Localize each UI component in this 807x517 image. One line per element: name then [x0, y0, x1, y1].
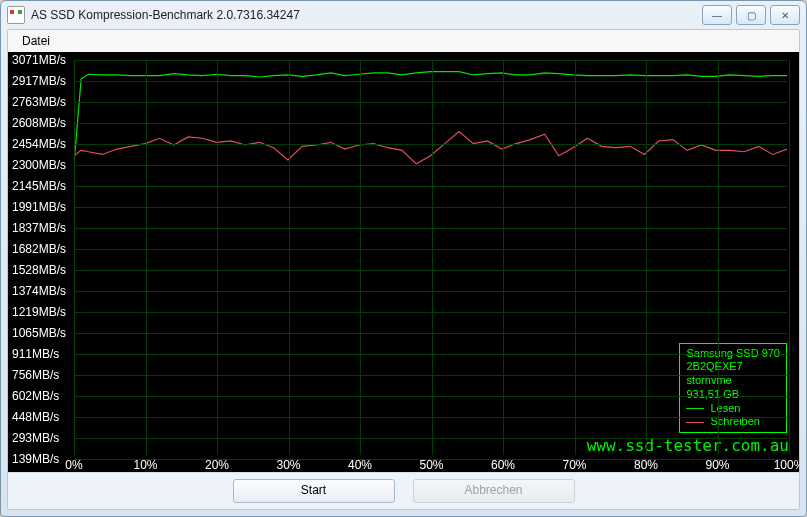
gridline-h	[74, 249, 787, 250]
window-title: AS SSD Kompression-Benchmark 2.0.7316.34…	[31, 8, 702, 22]
x-axis-label: 60%	[491, 459, 515, 471]
gridline-h	[74, 60, 787, 61]
minimize-button[interactable]: —	[702, 5, 732, 25]
gridline-v	[146, 60, 147, 455]
gridline-h	[74, 81, 787, 82]
gridline-v	[789, 60, 790, 455]
x-axis-label: 100%	[774, 459, 799, 471]
x-axis-label: 40%	[348, 459, 372, 471]
gridline-h	[74, 312, 787, 313]
gridline-v	[289, 60, 290, 455]
gridline-h	[74, 123, 787, 124]
y-axis-label: 293MB/s	[12, 432, 59, 444]
gridline-h	[74, 438, 787, 439]
y-axis-label: 2608MB/s	[12, 117, 66, 129]
series-lesen	[74, 72, 787, 164]
y-axis-label: 602MB/s	[12, 390, 59, 402]
legend-firmware: 2B2QEXE7	[686, 360, 780, 374]
legend-read-label: Lesen	[710, 402, 740, 416]
y-axis-label: 2300MB/s	[12, 159, 66, 171]
gridline-v	[575, 60, 576, 455]
button-bar: Start Abbrechen	[8, 472, 799, 509]
line-swatch-icon	[686, 408, 704, 409]
window: AS SSD Kompression-Benchmark 2.0.7316.34…	[0, 0, 807, 517]
legend-read: Lesen	[686, 402, 780, 416]
x-axis-label: 80%	[634, 459, 658, 471]
gridline-h	[74, 102, 787, 103]
gridline-v	[432, 60, 433, 455]
abort-button: Abbrechen	[413, 479, 575, 503]
y-axis-label: 139MB/s	[12, 453, 59, 465]
legend-box: Samsung SSD 970 2B2QEXE7 stornvme 931,51…	[679, 343, 787, 434]
x-axis-label: 10%	[133, 459, 157, 471]
gridline-h	[74, 375, 787, 376]
maximize-button[interactable]: ▢	[736, 5, 766, 25]
series-schreiben	[74, 132, 787, 164]
y-axis-label: 1682MB/s	[12, 243, 66, 255]
y-axis-label: 1374MB/s	[12, 285, 66, 297]
gridline-v	[360, 60, 361, 455]
menubar: Datei	[8, 30, 799, 53]
y-axis-label: 2763MB/s	[12, 96, 66, 108]
x-axis-label: 90%	[705, 459, 729, 471]
y-axis-label: 1837MB/s	[12, 222, 66, 234]
titlebar: AS SSD Kompression-Benchmark 2.0.7316.34…	[1, 1, 806, 29]
gridline-v	[718, 60, 719, 455]
x-axis-label: 20%	[205, 459, 229, 471]
gridline-v	[74, 60, 75, 455]
app-icon	[7, 6, 25, 24]
y-axis-label: 1991MB/s	[12, 201, 66, 213]
client-area: Datei Samsung SSD 970 2B2QEXE7 stornvme …	[7, 29, 800, 510]
legend-size: 931,51 GB	[686, 388, 780, 402]
y-axis-label: 448MB/s	[12, 411, 59, 423]
x-axis-label: 50%	[419, 459, 443, 471]
x-axis-label: 30%	[276, 459, 300, 471]
y-axis-label: 1528MB/s	[12, 264, 66, 276]
gridline-v	[217, 60, 218, 455]
y-axis-label: 1219MB/s	[12, 306, 66, 318]
line-swatch-icon	[686, 422, 704, 423]
gridline-h	[74, 144, 787, 145]
gridline-h	[74, 396, 787, 397]
y-axis-label: 2917MB/s	[12, 75, 66, 87]
x-axis-label: 70%	[562, 459, 586, 471]
y-axis-label: 911MB/s	[12, 348, 59, 360]
y-axis-label: 2454MB/s	[12, 138, 66, 150]
window-controls: — ▢ ✕	[702, 5, 800, 25]
gridline-h	[74, 417, 787, 418]
gridline-h	[74, 207, 787, 208]
y-axis-label: 2145MB/s	[12, 180, 66, 192]
gridline-h	[74, 165, 787, 166]
gridline-v	[503, 60, 504, 455]
legend-driver: stornvme	[686, 374, 780, 388]
y-axis-label: 3071MB/s	[12, 54, 66, 66]
gridline-h	[74, 333, 787, 334]
y-axis-label: 1065MB/s	[12, 327, 66, 339]
gridline-h	[74, 291, 787, 292]
gridline-h	[74, 354, 787, 355]
y-axis-label: 756MB/s	[12, 369, 59, 381]
gridline-h	[74, 228, 787, 229]
x-axis-label: 0%	[65, 459, 82, 471]
menu-datei[interactable]: Datei	[16, 32, 56, 50]
close-button[interactable]: ✕	[770, 5, 800, 25]
gridline-h	[74, 270, 787, 271]
chart: Samsung SSD 970 2B2QEXE7 stornvme 931,51…	[8, 52, 799, 473]
gridline-v	[646, 60, 647, 455]
gridline-h	[74, 186, 787, 187]
start-button[interactable]: Start	[233, 479, 395, 503]
